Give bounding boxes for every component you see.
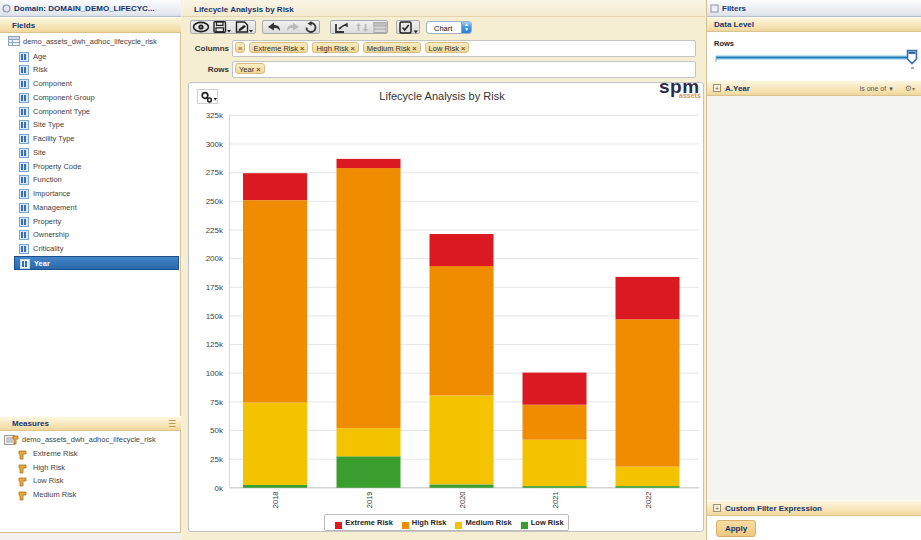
svg-text:325k: 325k xyxy=(206,111,224,120)
svg-text:300k: 300k xyxy=(206,140,224,149)
svg-text:250k: 250k xyxy=(206,197,224,206)
svg-text:175k: 175k xyxy=(206,283,224,292)
svg-text:275k: 275k xyxy=(206,168,224,177)
svg-text:100k: 100k xyxy=(206,369,224,378)
svg-text:125k: 125k xyxy=(206,340,224,349)
svg-text:225k: 225k xyxy=(206,226,224,235)
svg-text:150k: 150k xyxy=(206,312,224,321)
svg-text:0k: 0k xyxy=(215,484,224,493)
svg-text:2019: 2019 xyxy=(365,492,374,509)
svg-text:50k: 50k xyxy=(210,426,224,435)
svg-text:200k: 200k xyxy=(206,254,224,263)
svg-text:2022: 2022 xyxy=(644,492,653,509)
svg-text:2021: 2021 xyxy=(551,492,560,509)
svg-text:2018: 2018 xyxy=(271,492,280,509)
svg-text:75k: 75k xyxy=(210,398,224,407)
svg-text:25k: 25k xyxy=(210,455,224,464)
svg-text:2020: 2020 xyxy=(458,492,467,509)
